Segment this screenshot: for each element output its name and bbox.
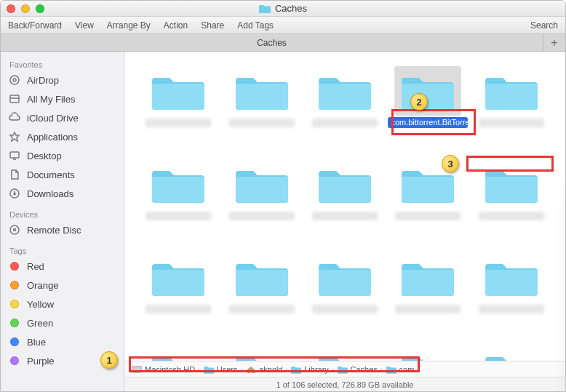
folder-item[interactable] <box>137 66 219 153</box>
minimize-icon[interactable] <box>21 4 30 13</box>
chevron-right-icon: › <box>332 365 335 374</box>
arrange-by-button[interactable]: Arrange By <box>107 20 151 31</box>
folder-label-blurred <box>395 212 461 220</box>
sidebar-tag-orange[interactable]: Orange <box>1 276 124 295</box>
maximize-icon[interactable] <box>36 4 44 13</box>
path-item-aknold[interactable]: aknold <box>246 365 282 374</box>
folder-item[interactable] <box>304 66 386 153</box>
folder-label-blurred <box>395 305 461 313</box>
folder-item[interactable] <box>220 252 302 340</box>
sidebar-item-airdrop[interactable]: AirDrop <box>1 71 124 89</box>
folder-item[interactable] <box>304 252 386 340</box>
close-icon[interactable] <box>7 4 15 13</box>
folder-item[interactable] <box>220 66 302 153</box>
folder-label-blurred <box>229 305 295 313</box>
folder-icon <box>319 162 371 204</box>
sidebar-item-label: Green <box>27 318 53 329</box>
path-bar[interactable]: Macintosh HD›Users›aknold›Library›Caches… <box>124 361 565 377</box>
path-item-label: Macintosh HD <box>145 365 195 374</box>
folder-item[interactable] <box>471 66 552 153</box>
sidebar-tag-purple[interactable]: Purple <box>1 351 124 370</box>
folder-icon <box>402 255 454 297</box>
desktop-icon <box>8 149 21 162</box>
folder-icon <box>152 255 204 297</box>
folder-item[interactable] <box>471 345 552 361</box>
hd-icon <box>132 365 142 374</box>
share-button[interactable]: Share <box>201 20 224 31</box>
folder-item[interactable] <box>471 159 552 247</box>
folder-selected[interactable]: com.bittorrent.BitTorrent <box>387 66 469 153</box>
icon-grid[interactable]: com.bittorrent.BitTorrent <box>124 52 565 361</box>
path-item-caches[interactable]: Caches <box>338 365 378 374</box>
new-tab-button[interactable]: + <box>543 34 565 51</box>
path-item-macintosh-hd[interactable]: Macintosh HD <box>132 365 195 374</box>
folder-icon <box>402 69 454 111</box>
sidebar-item-label: iCloud Drive <box>27 113 79 124</box>
folder-item[interactable] <box>137 252 219 340</box>
svg-point-7 <box>10 225 19 234</box>
path-item-library[interactable]: Library <box>291 365 329 374</box>
downloads-icon <box>8 187 21 200</box>
folder-icon <box>338 365 348 374</box>
documents-icon <box>8 168 21 181</box>
tag-dot-icon <box>10 262 19 271</box>
content-area: com.bittorrent.BitTorrent Macintosh HD›U… <box>124 52 565 391</box>
back-forward-button[interactable]: Back/Forward <box>8 20 62 31</box>
folder-icon <box>291 365 301 374</box>
folder-icon <box>152 162 204 204</box>
sidebar-item-icloud-drive[interactable]: iCloud Drive <box>1 108 124 127</box>
sidebar-item-applications[interactable]: Applications <box>1 127 124 146</box>
folder-item[interactable] <box>220 345 302 361</box>
svg-point-1 <box>13 79 16 81</box>
path-item-users[interactable]: Users <box>204 365 238 374</box>
folder-item[interactable] <box>137 345 219 361</box>
path-item-label: Users <box>217 365 238 374</box>
folder-icon <box>402 348 454 361</box>
sidebar-item-label: Downloads <box>27 188 73 199</box>
sidebar-item-desktop[interactable]: Desktop <box>1 146 124 165</box>
folder-icon <box>236 255 288 297</box>
sidebar-tag-red[interactable]: Red <box>1 257 124 276</box>
folder-icon <box>485 69 538 111</box>
folder-icon <box>236 348 288 361</box>
folder-item[interactable] <box>220 159 302 247</box>
path-item-label: Library <box>304 365 329 374</box>
search-button[interactable]: Search <box>530 20 558 31</box>
folder-label-blurred <box>479 305 544 313</box>
folder-icon <box>152 348 204 361</box>
folder-item[interactable] <box>471 252 552 340</box>
sidebar-tag-yellow[interactable]: Yellow <box>1 295 124 313</box>
folder-item[interactable] <box>387 159 469 247</box>
sidebar-item-remote-disc[interactable]: Remote Disc <box>1 220 124 239</box>
folder-item[interactable] <box>387 252 469 340</box>
tab-caches[interactable]: Caches <box>1 34 543 51</box>
folder-icon <box>402 162 454 204</box>
folder-icon <box>319 255 371 297</box>
sidebar-header-favorites: Favorites <box>1 57 124 71</box>
folder-label-blurred <box>312 305 378 313</box>
sidebar-item-documents[interactable]: Documents <box>1 165 124 184</box>
home-icon <box>246 365 256 374</box>
folder-icon <box>319 69 371 111</box>
folder-item[interactable] <box>387 345 469 361</box>
svg-point-8 <box>14 229 16 231</box>
path-item-com.[interactable]: com. <box>386 365 417 374</box>
svg-point-0 <box>10 76 19 84</box>
sidebar-tag-green[interactable]: Green <box>1 313 124 332</box>
folder-item[interactable] <box>304 345 386 361</box>
action-button[interactable]: Action <box>164 20 188 31</box>
window-title: Caches <box>1 3 565 14</box>
window-title-text: Caches <box>275 3 307 14</box>
sidebar-item-downloads[interactable]: Downloads <box>1 184 124 203</box>
folder-label-blurred <box>229 119 295 127</box>
add-tags-button[interactable]: Add Tags <box>237 20 274 31</box>
sidebar-tag-blue[interactable]: Blue <box>1 332 124 351</box>
sidebar-item-label: Documents <box>27 169 75 180</box>
sidebar-item-all-my-files[interactable]: All My Files <box>1 89 124 108</box>
sidebar-item-label: Blue <box>27 337 46 348</box>
folder-item[interactable] <box>304 159 386 247</box>
view-button[interactable]: View <box>75 20 94 31</box>
folder-item[interactable] <box>137 159 219 247</box>
path-item-label: Caches <box>351 365 378 374</box>
titlebar[interactable]: Caches <box>1 1 565 17</box>
